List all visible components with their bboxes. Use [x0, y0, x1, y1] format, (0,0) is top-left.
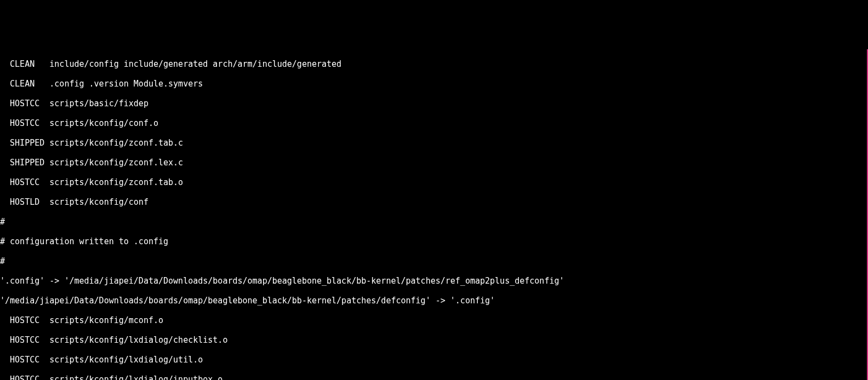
terminal-line: HOSTCC scripts/basic/fixdep	[0, 99, 867, 108]
terminal-line: HOSTLD scripts/kconfig/conf	[0, 197, 867, 207]
terminal-output[interactable]: CLEAN include/config include/generated a…	[0, 49, 868, 380]
terminal-line: HOSTCC scripts/kconfig/mconf.o	[0, 315, 867, 325]
terminal-line: HOSTCC scripts/kconfig/lxdialog/util.o	[0, 355, 867, 365]
terminal-line: #	[0, 256, 867, 266]
terminal-line: HOSTCC scripts/kconfig/lxdialog/checklis…	[0, 335, 867, 345]
terminal-line: '/media/jiapei/Data/Downloads/boards/oma…	[0, 296, 867, 306]
terminal-line: SHIPPED scripts/kconfig/zconf.tab.c	[0, 138, 867, 148]
terminal-line: #	[0, 217, 867, 227]
terminal-line: SHIPPED scripts/kconfig/zconf.lex.c	[0, 158, 867, 168]
terminal-line: CLEAN .config .version Module.symvers	[0, 79, 867, 89]
terminal-line: HOSTCC scripts/kconfig/lxdialog/inputbox…	[0, 375, 867, 380]
terminal-line: # configuration written to .config	[0, 237, 867, 246]
terminal-line: HOSTCC scripts/kconfig/conf.o	[0, 118, 867, 128]
terminal-line: HOSTCC scripts/kconfig/zconf.tab.o	[0, 177, 867, 187]
terminal-line: '.config' -> '/media/jiapei/Data/Downloa…	[0, 276, 867, 286]
terminal-line: CLEAN include/config include/generated a…	[0, 59, 867, 69]
